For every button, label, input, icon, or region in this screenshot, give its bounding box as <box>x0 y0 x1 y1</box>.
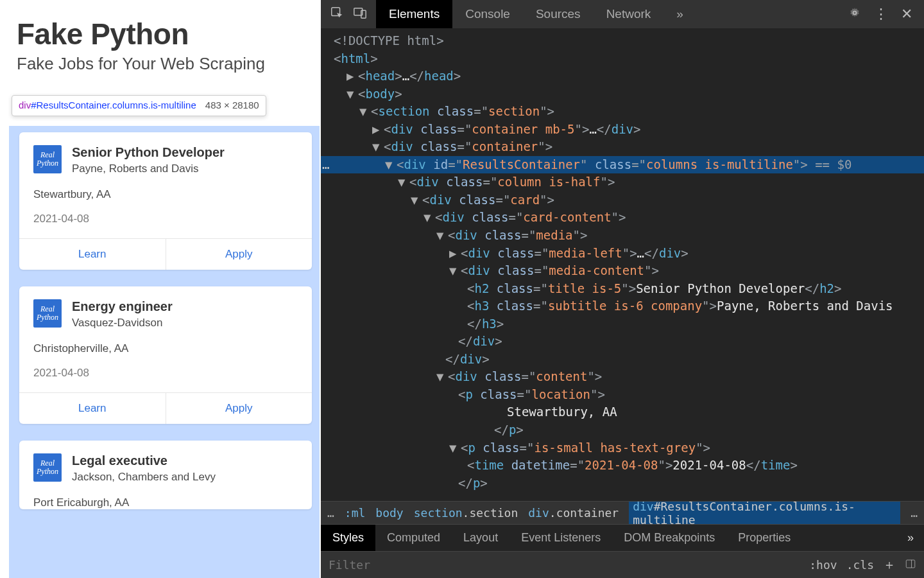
styles-overflow[interactable]: » <box>897 525 924 551</box>
styles-filter-input[interactable] <box>329 558 809 572</box>
page-subtitle: Fake Jobs for Your Web Scraping <box>17 54 304 74</box>
device-toggle-icon[interactable] <box>353 6 367 23</box>
tab-styles[interactable]: Styles <box>321 525 375 551</box>
learn-link[interactable]: Learn <box>19 393 166 424</box>
devtools-panel: Elements Console Sources Network » ⋮ ✕ <… <box>321 0 924 578</box>
tab-dom-breakpoints[interactable]: DOM Breakpoints <box>612 525 726 551</box>
job-location: Stewartbury, AA <box>33 188 298 201</box>
dom-breadcrumbs[interactable]: … :ml body section.section div.container… <box>321 501 924 524</box>
job-location: Port Ericaburgh, AA <box>33 496 298 509</box>
job-logo: RealPython <box>33 299 62 328</box>
breadcrumb-overflow[interactable]: … <box>327 506 334 520</box>
breadcrumb[interactable]: section.section <box>414 506 518 520</box>
breadcrumb-selected[interactable]: div#ResultsContainer.columns.is-multilin… <box>629 501 900 524</box>
tab-console[interactable]: Console <box>452 0 523 28</box>
devtools-tabs: Elements Console Sources Network » <box>376 0 696 28</box>
tab-layout[interactable]: Layout <box>452 525 509 551</box>
styles-tabs: Styles Computed Layout Event Listeners D… <box>321 524 924 551</box>
tab-sources[interactable]: Sources <box>523 0 594 28</box>
new-style-rule-icon[interactable]: ＋ <box>883 556 896 574</box>
tooltip-dimensions: 483 × 28180 <box>205 100 259 112</box>
job-company: Vasquez-Davidson <box>72 317 173 329</box>
tooltip-selector: #ResultsContainer.columns.is-multiline <box>31 100 196 110</box>
toggle-sidebar-icon[interactable] <box>905 558 916 572</box>
job-cards: RealPython Senior Python Developer Payne… <box>19 132 312 509</box>
elements-tree[interactable]: <!DOCTYPE html> <html> ▶<head>…</head> ▼… <box>321 28 924 501</box>
kebab-icon[interactable]: ⋮ <box>874 6 888 22</box>
breadcrumb[interactable]: div.container <box>528 506 619 520</box>
tab-computed[interactable]: Computed <box>375 525 452 551</box>
close-icon[interactable]: ✕ <box>901 6 912 22</box>
styles-filter-bar: :hov .cls ＋ <box>321 551 924 578</box>
tab-event-listeners[interactable]: Event Listeners <box>509 525 612 551</box>
page-preview: Fake Python Fake Jobs for Your Web Scrap… <box>0 0 321 578</box>
job-card: RealPython Legal executive Jackson, Cham… <box>19 441 312 509</box>
job-company: Jackson, Chambers and Levy <box>72 471 216 484</box>
breadcrumb-overflow[interactable]: … <box>911 506 918 520</box>
job-logo: RealPython <box>33 145 62 173</box>
job-title: Legal executive <box>72 453 216 468</box>
inspect-icon[interactable] <box>330 6 344 23</box>
apply-link[interactable]: Apply <box>166 239 312 270</box>
selected-dom-node[interactable]: ▼<div id="ResultsContainer" class="colum… <box>321 156 924 174</box>
job-date: 2021-04-08 <box>33 367 298 380</box>
svg-rect-4 <box>906 560 915 568</box>
hov-toggle[interactable]: :hov <box>809 558 837 572</box>
devtools-toolbar: Elements Console Sources Network » ⋮ ✕ <box>321 0 924 28</box>
tab-properties[interactable]: Properties <box>726 525 802 551</box>
job-location: Christopherville, AA <box>33 342 298 355</box>
job-card: RealPython Senior Python Developer Payne… <box>19 132 312 270</box>
inspect-tooltip: div#ResultsContainer.columns.is-multilin… <box>12 95 266 116</box>
job-title: Energy engineer <box>72 299 173 314</box>
learn-link[interactable]: Learn <box>19 239 166 270</box>
tooltip-tag: div <box>19 100 31 110</box>
cls-toggle[interactable]: .cls <box>846 558 874 572</box>
settings-icon[interactable] <box>848 6 861 22</box>
breadcrumb[interactable]: :ml <box>345 506 366 520</box>
job-date: 2021-04-08 <box>33 213 298 225</box>
tabs-overflow[interactable]: » <box>663 0 696 28</box>
tab-elements[interactable]: Elements <box>376 0 452 28</box>
job-company: Payne, Roberts and Davis <box>72 162 225 175</box>
job-title: Senior Python Developer <box>72 145 225 160</box>
job-logo: RealPython <box>33 453 62 482</box>
page-title: Fake Python <box>17 17 304 51</box>
tab-network[interactable]: Network <box>594 0 664 28</box>
job-card: RealPython Energy engineer Vasquez-David… <box>19 286 312 424</box>
breadcrumb[interactable]: body <box>375 506 403 520</box>
apply-link[interactable]: Apply <box>166 393 312 424</box>
